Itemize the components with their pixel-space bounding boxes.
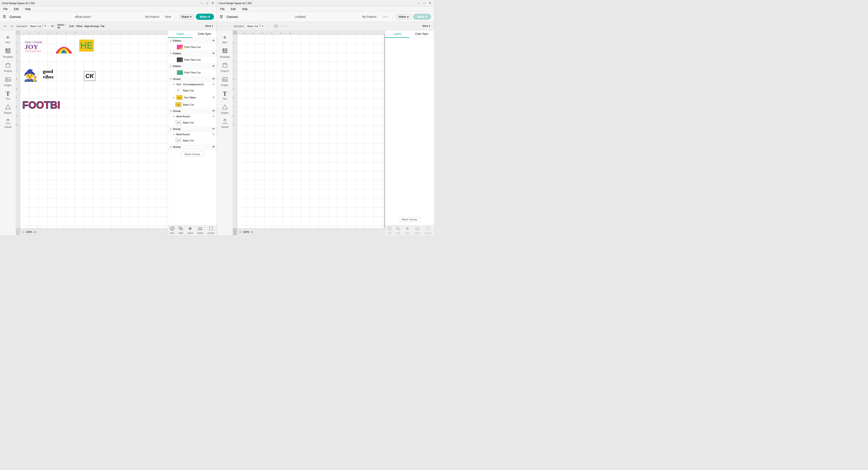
right-undo-btn[interactable]: ↩ bbox=[219, 24, 225, 29]
left-menu-edit[interactable]: Edit bbox=[12, 7, 20, 11]
left-blank-canvas-btn[interactable]: Blank Canvas bbox=[181, 152, 204, 157]
left-make-it-btn[interactable]: Make It bbox=[196, 14, 214, 20]
flatten2-eye[interactable]: 👁 bbox=[212, 52, 215, 55]
layer-text-cln[interactable]: ▼ Text - Cln-holidaycolors3 👁 bbox=[168, 82, 217, 87]
left-align-btn[interactable]: Align bbox=[84, 23, 90, 29]
flatten3-eye[interactable]: 👁 bbox=[212, 65, 215, 68]
right-maker-btn[interactable]: Maker ▾ bbox=[396, 14, 411, 20]
layer-text-offset[interactable]: ▼ abc Text Offset 👁 bbox=[168, 94, 217, 101]
right-operation-dropdown[interactable]: Basic Cut ▾ bbox=[246, 24, 265, 28]
left-canvas-grid[interactable]: TODAY I CHOOSE JOY ♥ All You Need is Lov… bbox=[20, 35, 168, 228]
right-hamburger-menu[interactable]: ☰ bbox=[220, 14, 223, 19]
layer-print-then-cut-2[interactable]: Print Then Cut bbox=[168, 56, 217, 63]
left-operation-dropdown[interactable]: Basic Cut ▾ bbox=[29, 24, 48, 28]
layer-print-then-cut-1[interactable]: Print Then Cut bbox=[168, 44, 217, 51]
right-sidebar-item-new[interactable]: + New bbox=[218, 32, 232, 45]
right-menu-edit[interactable]: Edit bbox=[229, 7, 237, 11]
left-flip-btn[interactable]: Flip bbox=[99, 23, 105, 29]
left-color-sync-tab[interactable]: Color Sync bbox=[192, 31, 217, 38]
left-contour-btn[interactable]: Contour bbox=[206, 226, 216, 235]
gnome-design[interactable]: 🧙 bbox=[24, 70, 37, 81]
layer-weld-result-2[interactable]: ▼ Weld Result 👁 bbox=[168, 132, 217, 137]
left-slice-btn[interactable]: Slice bbox=[168, 226, 177, 235]
group2-eye[interactable]: 👁 bbox=[212, 109, 215, 112]
layer-basic-cut-offset[interactable]: ||| Basic Cut bbox=[168, 101, 217, 108]
right-menu-help[interactable]: Help bbox=[241, 7, 249, 11]
left-layers-tab[interactable]: Layers bbox=[168, 31, 192, 38]
weld2-eye[interactable]: 👁 bbox=[212, 133, 215, 136]
right-blank-canvas-btn[interactable]: Blank Canvas bbox=[398, 217, 421, 222]
left-arrange-btn[interactable]: Arrange bbox=[92, 23, 98, 29]
left-undo-btn[interactable]: ↩ bbox=[2, 24, 8, 29]
left-close-btn[interactable]: ✕ bbox=[210, 1, 215, 5]
sidebar-item-projects[interactable]: Projects bbox=[1, 61, 15, 74]
right-select-all-label[interactable]: Select All bbox=[278, 25, 289, 28]
right-make-it-btn[interactable]: Make It bbox=[413, 14, 431, 20]
right-flatten-btn[interactable]: Flatten bbox=[412, 226, 423, 235]
left-more-btn[interactable]: More ▾ bbox=[204, 24, 214, 28]
left-maximize-btn[interactable]: □ bbox=[205, 1, 210, 5]
left-edit-btn[interactable]: ✏ bbox=[50, 23, 56, 29]
sidebar-item-upload[interactable]: Upload bbox=[1, 116, 15, 130]
layer-flatten-1[interactable]: ▼ Flatten 👁 bbox=[168, 38, 217, 44]
left-save-btn[interactable]: Save bbox=[163, 14, 173, 19]
sidebar-item-shapes[interactable]: Shapes bbox=[1, 102, 15, 116]
right-sidebar-item-templates[interactable]: Templates bbox=[218, 46, 232, 60]
right-minimize-btn[interactable]: ─ bbox=[416, 1, 421, 5]
left-minimize-btn[interactable]: ─ bbox=[199, 1, 204, 5]
ck-design[interactable]: CK bbox=[84, 71, 96, 81]
left-weld-btn[interactable]: Weld bbox=[177, 226, 185, 235]
right-save-btn[interactable]: Save bbox=[380, 14, 390, 19]
good-vibes-design[interactable]: good vibes bbox=[43, 69, 54, 79]
rainbow-design[interactable] bbox=[55, 41, 72, 56]
left-select-all-label[interactable]: Select All bbox=[57, 24, 64, 29]
sidebar-item-images[interactable]: Images bbox=[1, 75, 15, 88]
right-canvas-grid[interactable] bbox=[237, 35, 385, 228]
right-sidebar-item-projects[interactable]: Projects bbox=[218, 61, 232, 74]
layer-group-4[interactable]: ▼ Group 👁 bbox=[168, 144, 217, 150]
left-flatten-btn[interactable]: Flatten bbox=[195, 226, 205, 235]
right-slice-btn[interactable]: Slice bbox=[385, 226, 394, 235]
sidebar-item-new[interactable]: + New bbox=[1, 32, 15, 45]
left-attach-btn[interactable]: Attach bbox=[185, 226, 195, 235]
sidebar-item-text[interactable]: T Text bbox=[1, 89, 15, 102]
group4-eye[interactable]: 👁 bbox=[212, 145, 215, 148]
group3-eye[interactable]: 👁 bbox=[212, 127, 215, 131]
right-attach-btn[interactable]: Attach bbox=[402, 226, 412, 235]
right-weld-btn[interactable]: Weld bbox=[394, 226, 402, 235]
layer-print-then-cut-3[interactable]: Print Then Cut bbox=[168, 69, 217, 76]
left-maker-btn[interactable]: Maker ▾ bbox=[179, 14, 194, 20]
right-color-sync-tab[interactable]: Color Sync bbox=[409, 31, 434, 38]
right-edit-btn[interactable]: ✏ bbox=[266, 23, 273, 29]
weld1-eye[interactable]: 👁 bbox=[212, 115, 215, 118]
joy-design[interactable]: TODAY I CHOOSE JOY ♥ All You Need is Lov… bbox=[25, 41, 42, 52]
left-offset-btn[interactable]: Offset bbox=[76, 23, 83, 29]
football-design[interactable]: FOOTBI bbox=[22, 99, 60, 111]
text-cln-eye[interactable]: 👁 bbox=[212, 83, 215, 86]
right-canvas-area[interactable]: 0 1 2 3 4 5 0 1 2 3 4 5 6 7 8 bbox=[233, 31, 434, 235]
right-maximize-btn[interactable]: □ bbox=[422, 1, 427, 5]
left-redo-btn[interactable]: ↪ bbox=[9, 24, 15, 29]
right-menu-file[interactable]: File bbox=[219, 7, 226, 11]
layer-weld-result-1[interactable]: ▼ Weld Result 👁 bbox=[168, 114, 217, 119]
flatten1-eye[interactable]: 👁 bbox=[212, 39, 215, 42]
right-zoom-out-btn[interactable]: − bbox=[239, 230, 241, 234]
left-hamburger-menu[interactable]: ☰ bbox=[3, 14, 6, 19]
layer-group-2[interactable]: ▼ Group 👁 bbox=[168, 108, 217, 114]
he-design[interactable]: HE bbox=[79, 40, 94, 52]
layer-basic-cut-good[interactable]: good Basic Cut bbox=[168, 137, 217, 144]
left-my-projects-btn[interactable]: My Projects bbox=[143, 14, 161, 19]
right-close-btn[interactable]: ✕ bbox=[428, 1, 432, 5]
right-my-projects-btn[interactable]: My Projects bbox=[360, 14, 378, 19]
right-layers-tab[interactable]: Layers bbox=[385, 31, 409, 38]
left-menu-help[interactable]: Help bbox=[24, 7, 32, 11]
text-offset-eye[interactable]: 👁 bbox=[212, 96, 215, 99]
group1-eye[interactable]: 👁 bbox=[212, 77, 215, 80]
right-contour-btn[interactable]: Contour bbox=[423, 226, 434, 235]
right-redo-btn[interactable]: ↪ bbox=[226, 24, 232, 29]
sidebar-item-templates[interactable]: Templates bbox=[1, 46, 15, 60]
right-sidebar-item-images[interactable]: Images bbox=[218, 75, 232, 88]
left-menu-file[interactable]: File bbox=[2, 7, 9, 11]
right-zoom-in-btn[interactable]: + bbox=[251, 230, 253, 234]
right-more-btn[interactable]: More ▾ bbox=[421, 24, 432, 28]
